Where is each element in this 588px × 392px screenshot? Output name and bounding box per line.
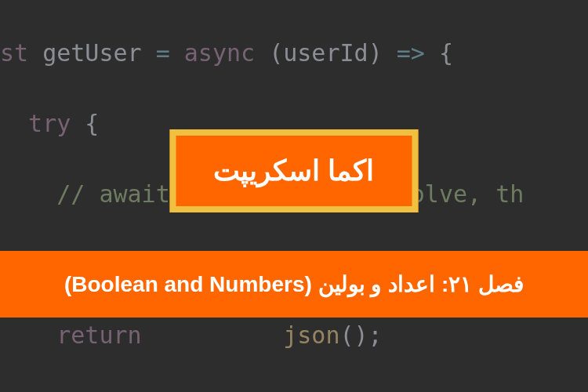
title-badge-text: اکما اسکریپت [213, 154, 374, 187]
code-line: st getUser = async (userId) => { [0, 35, 588, 71]
chapter-bar: فصل ۲۱: اعداد و بولین (Boolean and Numbe… [0, 251, 588, 318]
code-line: } catch E [0, 388, 588, 392]
code-line: return json(); [0, 318, 588, 353]
title-badge: اکما اسکریپت [169, 129, 418, 212]
chapter-title: فصل ۲۱: اعداد و بولین (Boolean and Numbe… [0, 271, 588, 297]
